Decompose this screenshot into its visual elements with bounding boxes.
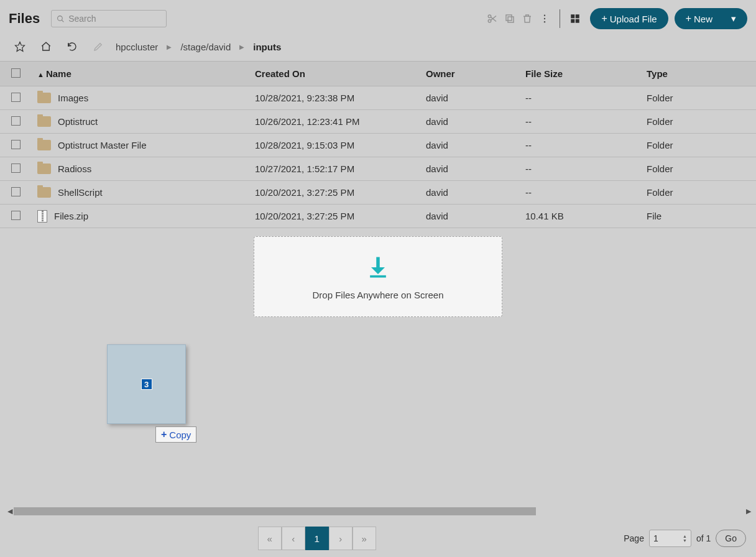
new-button[interactable]: + New ▾ <box>675 8 747 29</box>
star-icon <box>14 41 25 52</box>
breadcrumb-bar: hpccluster ▶ /stage/david ▶ inputs <box>0 37 756 61</box>
file-owner: david <box>420 157 519 181</box>
folder-icon <box>37 116 51 127</box>
spinner-down-icon[interactable]: ▼ <box>683 538 687 543</box>
new-label: New <box>694 14 712 24</box>
folder-icon <box>37 163 51 174</box>
page-current-button[interactable]: 1 <box>305 527 329 550</box>
page-title: Files <box>9 11 40 27</box>
file-type: Folder <box>640 134 756 157</box>
plus-icon: + <box>161 429 167 440</box>
search-input[interactable]: Search <box>51 10 167 27</box>
file-type: Folder <box>640 157 756 181</box>
favorite-button[interactable] <box>11 38 29 55</box>
scroll-right-icon[interactable]: ▶ <box>745 507 752 515</box>
drop-zone[interactable]: Drop Files Anywhere on Screen <box>254 236 502 317</box>
go-button[interactable]: Go <box>716 530 746 547</box>
zip-icon <box>37 210 47 223</box>
scroll-left-icon[interactable]: ◀ <box>6 507 14 515</box>
folder-icon <box>37 140 51 150</box>
delete-button[interactable] <box>519 10 536 27</box>
file-owner: david <box>420 134 519 157</box>
home-button[interactable] <box>37 38 55 55</box>
upload-file-button[interactable]: + Upload File <box>590 8 668 29</box>
file-type: File <box>640 205 756 228</box>
kebab-icon <box>539 13 550 24</box>
home-icon <box>40 41 52 52</box>
breadcrumb-sep: ▶ <box>167 44 172 50</box>
copy-button[interactable] <box>501 10 519 27</box>
row-checkbox[interactable] <box>11 163 21 173</box>
file-owner: david <box>420 205 519 228</box>
folder-icon <box>37 187 51 198</box>
file-name: ShellScript <box>58 187 103 198</box>
file-size: -- <box>519 181 640 205</box>
file-name: Files.zip <box>54 211 88 221</box>
file-created: 10/26/2021, 12:23:41 PM <box>249 110 420 134</box>
plus-icon: + <box>601 13 607 24</box>
breadcrumb-item[interactable]: hpccluster <box>116 42 158 52</box>
table-row[interactable]: ShellScript10/20/2021, 3:27:25 PMdavid--… <box>0 181 756 205</box>
svg-point-8 <box>544 15 545 16</box>
file-created: 10/27/2021, 1:52:17 PM <box>249 157 420 181</box>
copy-label: Copy <box>169 430 191 440</box>
table-row[interactable]: Optistruct10/26/2021, 12:23:41 PMdavid--… <box>0 110 756 134</box>
column-created[interactable]: Created On <box>249 62 420 86</box>
topbar: Files Search + Upload File + New ▾ <box>0 0 756 37</box>
file-type: Folder <box>640 110 756 134</box>
page-value: 1 <box>653 533 658 543</box>
row-checkbox[interactable] <box>11 140 21 149</box>
plus-icon: + <box>686 13 691 24</box>
page-label: Page <box>624 533 644 543</box>
trash-icon <box>522 13 533 24</box>
file-table: ▲Name Created On Owner File Size Type Im… <box>0 61 756 228</box>
upload-label: Upload File <box>610 14 657 24</box>
search-icon <box>57 15 65 23</box>
page-prev-button[interactable]: ‹ <box>282 527 305 550</box>
svg-rect-7 <box>506 15 512 21</box>
column-owner[interactable]: Owner <box>420 62 519 86</box>
drag-count-badge: 3 <box>141 379 152 390</box>
file-owner: david <box>420 181 519 205</box>
file-created: 10/28/2021, 9:23:38 PM <box>249 86 420 110</box>
refresh-button[interactable] <box>63 38 81 55</box>
cut-button[interactable] <box>484 10 501 27</box>
table-row[interactable]: Files.zip10/20/2021, 3:27:25 PMdavid10.4… <box>0 205 756 228</box>
horizontal-scrollbar[interactable]: ◀ ▶ <box>6 506 752 516</box>
separator <box>560 9 560 28</box>
page-first-button[interactable]: « <box>258 527 282 550</box>
svg-rect-13 <box>571 19 575 23</box>
row-checkbox[interactable] <box>11 93 21 102</box>
file-owner: david <box>420 110 519 134</box>
table-row[interactable]: Radioss10/27/2021, 1:52:17 PMdavid--Fold… <box>0 157 756 181</box>
spinner-up-icon[interactable]: ▲ <box>683 534 687 538</box>
breadcrumb-item[interactable]: /stage/david <box>180 42 231 52</box>
grid-view-button[interactable] <box>566 10 584 27</box>
more-button[interactable] <box>536 10 553 27</box>
table-row[interactable]: Images10/28/2021, 9:23:38 PMdavid--Folde… <box>0 86 756 110</box>
svg-point-0 <box>58 16 63 21</box>
svg-rect-14 <box>576 19 579 23</box>
page-next-button[interactable]: › <box>329 527 353 550</box>
scroll-thumb[interactable] <box>14 507 536 515</box>
row-checkbox[interactable] <box>11 211 21 220</box>
file-created: 10/28/2021, 9:15:03 PM <box>249 134 420 157</box>
file-type: Folder <box>640 86 756 110</box>
row-checkbox[interactable] <box>11 116 21 126</box>
edit-button[interactable] <box>90 38 107 55</box>
sort-asc-icon: ▲ <box>37 71 44 78</box>
file-size: -- <box>519 157 640 181</box>
column-name[interactable]: ▲Name <box>31 62 249 86</box>
page-last-button[interactable]: » <box>353 527 376 550</box>
row-checkbox[interactable] <box>11 187 21 196</box>
copy-icon <box>504 13 515 24</box>
page-number-input[interactable]: 1 ▲▼ <box>649 530 691 547</box>
svg-rect-6 <box>508 17 514 22</box>
scroll-track[interactable] <box>14 507 745 515</box>
file-name: Radioss <box>58 163 91 174</box>
table-row[interactable]: Optistruct Master File10/28/2021, 9:15:0… <box>0 134 756 157</box>
file-size: -- <box>519 134 640 157</box>
column-size[interactable]: File Size <box>519 62 640 86</box>
column-type[interactable]: Type <box>640 62 756 86</box>
select-all-checkbox[interactable] <box>11 68 21 78</box>
